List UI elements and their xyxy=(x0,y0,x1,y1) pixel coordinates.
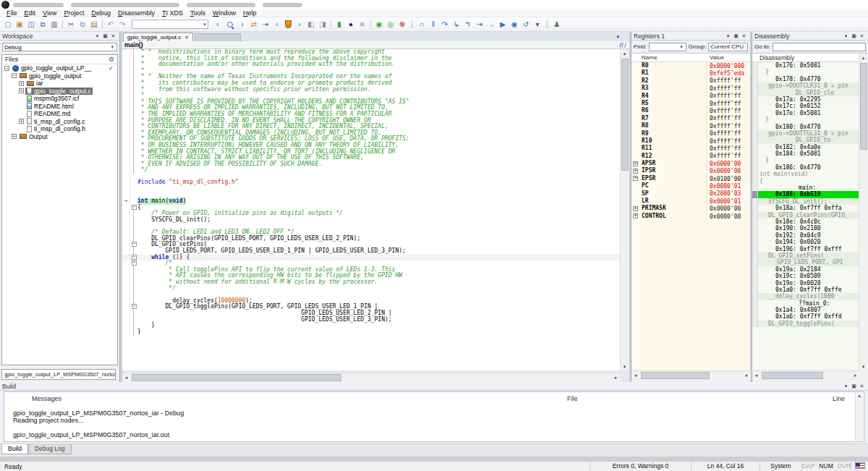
breakpoint-gutter-cell[interactable] xyxy=(122,179,130,186)
disasm-row[interactable]: DL_GPIO_to xyxy=(752,137,859,143)
register-row-r5[interactable]: R50xffff'ff xyxy=(631,100,750,107)
disasm-row[interactable]: DL_GPIO_togglePins( xyxy=(752,321,859,327)
disasm-gutter[interactable] xyxy=(752,144,758,150)
fold-gutter-cell[interactable] xyxy=(130,161,137,168)
tree-item-mspm0g3507-icf[interactable]: mspm0g3507.icf xyxy=(2,95,117,103)
fold-gutter-cell[interactable] xyxy=(130,323,137,329)
save-all-icon[interactable]: ⧉ xyxy=(37,19,48,30)
register-row-pc[interactable]: PC0x0000'01 xyxy=(631,182,750,190)
disasm-row[interactable]: 0x1a0: 0xf7ff 0xffe xyxy=(752,287,859,293)
disasm-row[interactable]: } xyxy=(752,157,859,164)
breakpoint-gutter-cell[interactable] xyxy=(122,143,130,149)
tab-build[interactable]: Build xyxy=(1,444,28,454)
disasm-gutter[interactable] xyxy=(752,69,758,75)
disasm-gutter[interactable] xyxy=(752,321,758,327)
register-row-r6[interactable]: R60xffff'ff xyxy=(631,107,750,114)
scroll-left-icon[interactable]: ◂ xyxy=(752,371,760,379)
expand-plus-icon[interactable]: + xyxy=(633,176,638,181)
go-to-definition-icon[interactable]: ⇥ xyxy=(260,19,271,30)
tree-item-gpio-toggle-output-c[interactable]: +gpio_toggle_output.c xyxy=(2,88,117,96)
disasm-row[interactable]: 0x17c: 0x0152 xyxy=(752,103,859,109)
fold-gutter-cell[interactable] xyxy=(130,267,137,273)
register-row-epsr[interactable]: +EPSR0x0100'00 xyxy=(631,175,750,182)
fold-gutter-cell[interactable] xyxy=(130,229,137,236)
panel-menu-caret-icon[interactable]: ▾ xyxy=(842,383,850,389)
step-into-icon[interactable]: ↳ xyxy=(451,19,462,30)
build-vertical-scrollbar[interactable]: ▴ xyxy=(855,393,863,441)
register-row-r9[interactable]: R90xffff'ff xyxy=(631,130,750,137)
stop-debug-session-icon[interactable]: ⊗ xyxy=(396,19,408,30)
register-row-r1[interactable]: R10xfef5'eda xyxy=(631,69,750,77)
register-row-primask[interactable]: +PRIMASK0x0000'00 xyxy=(631,205,750,212)
disasm-row[interactable]: 0x18a: 0xf7ff 0xffa xyxy=(752,205,859,211)
fold-gutter-cell[interactable]: − xyxy=(130,260,137,267)
print-icon[interactable]: ▥ xyxy=(48,19,60,30)
next-bookmark-icon[interactable]: › xyxy=(294,19,305,30)
breakpoint-gutter-cell[interactable] xyxy=(122,248,130,255)
register-row-r8[interactable]: R80xffff'ff xyxy=(631,122,750,130)
fold-minus-icon[interactable]: − xyxy=(132,260,137,266)
breakpoint-gutter-cell[interactable] xyxy=(122,56,130,62)
tree-expander-icon[interactable]: + xyxy=(19,81,24,86)
expand-plus-icon[interactable]: + xyxy=(633,161,638,166)
cut-icon[interactable]: ✂ xyxy=(65,19,77,30)
fold-gutter-cell[interactable] xyxy=(130,136,137,143)
expand-plus-icon[interactable]: + xyxy=(633,213,638,218)
disasm-row[interactable]: GPIO_LEDS_PORT, GPI xyxy=(752,259,859,266)
menu-view[interactable]: View xyxy=(39,9,60,17)
panel-close-icon[interactable]: ✕ xyxy=(858,33,866,39)
fold-minus-icon[interactable]: − xyxy=(132,205,137,210)
fold-gutter-cell[interactable] xyxy=(130,317,137,323)
fold-gutter-cell[interactable] xyxy=(130,179,137,186)
step-out-icon[interactable]: ↰ xyxy=(462,19,474,30)
breakpoint-gutter-cell[interactable] xyxy=(122,224,130,230)
restart-options-caret-icon[interactable]: ▾ xyxy=(532,19,543,30)
previous-document-icon[interactable]: ◧ xyxy=(305,19,317,30)
fold-gutter-cell[interactable] xyxy=(130,87,137,93)
scroll-up-icon[interactable]: ▴ xyxy=(621,49,629,57)
disasm-row[interactable]: 0x1a4: 0x4807 xyxy=(752,307,859,313)
breakpoint-gutter-cell[interactable] xyxy=(122,74,130,80)
disasm-gutter[interactable] xyxy=(752,280,758,287)
tree-item-gpio-toggle-output[interactable]: −gpio_toggle_output xyxy=(2,72,117,80)
breakpoint-gutter-cell[interactable] xyxy=(122,310,130,317)
scroll-down-icon[interactable]: ▾ xyxy=(859,362,867,370)
breakpoint-gutter-cell[interactable] xyxy=(122,93,130,99)
breakpoint-gutter-cell[interactable] xyxy=(122,298,130,305)
fold-gutter-cell[interactable] xyxy=(130,292,137,298)
save-icon[interactable]: ◫ xyxy=(25,19,37,30)
previous-bookmark-icon[interactable]: ‹ xyxy=(271,19,283,30)
panel-pin-icon[interactable]: ▣ xyxy=(732,33,740,39)
breakpoint-gutter-cell[interactable] xyxy=(122,317,130,323)
fold-gutter-cell[interactable] xyxy=(130,211,137,217)
tree-item-readme-md[interactable]: README.md xyxy=(2,110,117,118)
gear-icon[interactable]: ⚙ xyxy=(109,56,114,63)
disasm-gutter[interactable] xyxy=(752,171,758,177)
menu-disassembly[interactable]: Disassembly xyxy=(114,9,158,17)
breakpoint-gutter-cell[interactable] xyxy=(122,174,130,180)
fold-gutter-cell[interactable] xyxy=(130,192,137,199)
disasm-gutter[interactable] xyxy=(752,110,758,116)
code-line[interactable]: * from this software without specific pr… xyxy=(122,87,620,93)
code-area[interactable]: * * Redistributions in binary form must … xyxy=(122,49,620,370)
register-row-r3[interactable]: R30xffff'ff xyxy=(631,85,750,92)
breakpoint-gutter-cell[interactable] xyxy=(122,255,130,261)
code-line[interactable]: } xyxy=(122,323,620,329)
register-row-r0[interactable]: R00x0000'000 xyxy=(631,62,750,69)
register-row-r2[interactable]: R20xffff'ff xyxy=(631,77,750,85)
breakpoint-gutter-cell[interactable] xyxy=(122,111,130,118)
fold-gutter-cell[interactable]: − xyxy=(130,205,137,211)
code-line[interactable]: GPIO_LEDS_PORT, GPIO_LEDS_USER_LED_1_PIN… xyxy=(122,248,620,255)
fold-gutter-cell[interactable] xyxy=(130,124,137,130)
break-icon[interactable]: ‖ xyxy=(427,19,439,30)
fold-gutter-cell[interactable] xyxy=(130,310,137,317)
disasm-gutter[interactable] xyxy=(752,62,758,69)
disasm-gutter[interactable] xyxy=(752,116,758,123)
disasm-gutter[interactable] xyxy=(752,205,758,211)
disasm-gutter[interactable] xyxy=(752,287,758,293)
menu-debug[interactable]: Debug xyxy=(88,9,114,17)
disasm-gutter[interactable] xyxy=(752,232,758,239)
register-row-ipsr[interactable]: +IPSR0x0000'00 xyxy=(631,167,750,174)
disasm-gutter[interactable] xyxy=(752,184,758,191)
power-debug-icon[interactable]: ● xyxy=(345,19,357,30)
